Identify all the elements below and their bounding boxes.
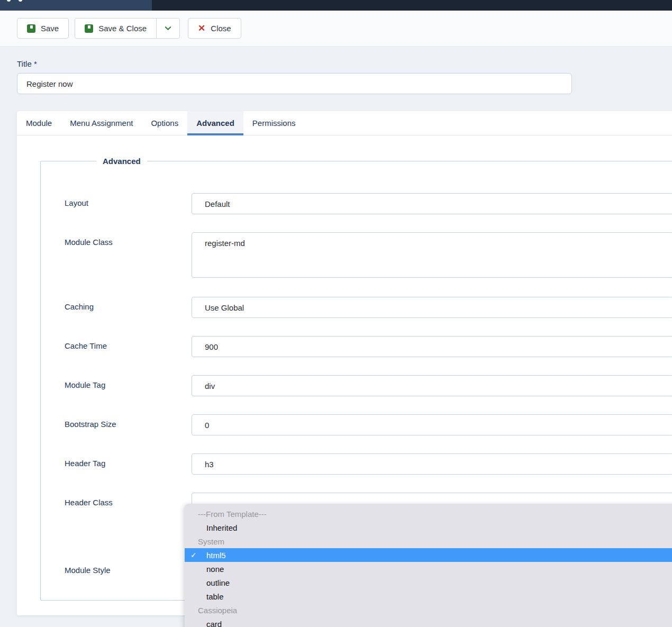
module-style-label: Module Style [65,560,192,581]
save-and-close-button[interactable]: Save & Close [75,19,156,38]
dropdown-group-system: System [185,534,672,548]
close-button-label: Close [211,24,231,33]
dropdown-option-html5[interactable]: ✓ html5 [185,548,672,562]
logo-fragment-icon [7,0,11,2]
tab-options[interactable]: Options [142,111,187,135]
bootstrap-size-select[interactable]: 0 [192,414,672,435]
header-dark-area [152,0,672,11]
cache-time-label: Cache Time [65,336,192,357]
dropdown-option-inherited[interactable]: Inherited [185,521,672,534]
dropdown-option-html5-label: html5 [206,551,226,560]
tab-bar: Module Menu Assignment Options Advanced … [17,111,672,135]
tab-permissions[interactable]: Permissions [243,111,305,135]
layout-select[interactable]: Default [192,193,672,214]
field-row-bootstrap-size: Bootstrap Size 0 [65,414,661,435]
save-and-close-label: Save & Close [98,24,147,33]
check-icon: ✓ [190,551,197,559]
save-floppy-icon [85,24,93,33]
field-row-module-class: Module Class register-md [65,232,661,278]
tab-module[interactable]: Module [17,111,61,135]
field-row-caching: Caching Use Global [65,297,661,318]
logo-fragment-icon [19,0,22,2]
title-input[interactable]: Register now [17,73,572,94]
bootstrap-size-label: Bootstrap Size [65,414,192,435]
save-close-split-button: Save & Close [75,18,180,39]
dropdown-option-card[interactable]: card [185,617,672,627]
module-tag-select[interactable]: div [192,375,672,396]
field-row-cache-time: Cache Time 900 [65,336,661,357]
dropdown-option-none[interactable]: none [185,562,672,576]
dropdown-option-table[interactable]: table [185,589,672,603]
module-class-textarea[interactable]: register-md [192,232,672,278]
app-header [0,0,672,11]
save-floppy-icon [27,24,35,33]
advanced-legend: Advanced [96,157,147,166]
close-button[interactable]: ✕ Close [188,18,241,39]
title-section: Title * Register now [17,59,672,94]
module-class-label: Module Class [65,232,192,278]
module-style-dropdown: ---From Template--- Inherited System ✓ h… [185,504,672,627]
close-x-icon: ✕ [198,24,205,33]
layout-label: Layout [65,193,192,214]
dropdown-group-from-template: ---From Template--- [185,507,672,521]
save-options-caret-button[interactable] [156,19,179,38]
field-row-layout: Layout Default [65,193,661,214]
caching-label: Caching [65,297,192,318]
header-tag-label: Header Tag [65,453,192,475]
field-row-header-tag: Header Tag h3 [65,453,661,475]
title-label: Title * [17,59,672,68]
cache-time-input[interactable]: 900 [192,336,672,357]
tab-advanced[interactable]: Advanced [187,111,243,135]
save-button-label: Save [41,24,59,33]
chevron-down-icon [164,24,172,32]
tab-menu-assignment[interactable]: Menu Assignment [61,111,142,135]
dropdown-group-cassiopeia: Cassiopeia [185,603,672,617]
header-tag-select[interactable]: h3 [192,453,672,475]
save-button[interactable]: Save [17,18,69,39]
module-tag-label: Module Tag [65,375,192,396]
caching-select[interactable]: Use Global [192,297,672,318]
header-brand-area [0,0,152,11]
toolbar: Save Save & Close ✕ Close [0,11,672,47]
field-row-module-tag: Module Tag div [65,375,661,396]
dropdown-option-outline[interactable]: outline [185,576,672,589]
header-class-label: Header Class [65,493,192,514]
